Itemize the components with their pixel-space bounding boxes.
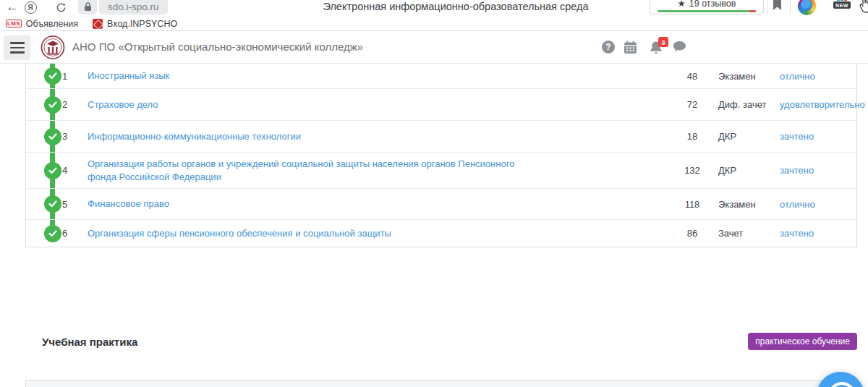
table-row: 4 Организация работы органов и учреждени…: [26, 152, 856, 188]
row-number: 6: [62, 228, 88, 239]
check-icon: [44, 195, 61, 213]
check-icon: [44, 162, 61, 179]
discipline-link[interactable]: Страховое дело: [88, 99, 158, 110]
hours-value: 72: [666, 99, 718, 110]
hand-cursor-icon[interactable]: [859, 0, 868, 13]
new-extension-icon[interactable]: NEW: [833, 0, 851, 14]
grade-link[interactable]: зачтено: [780, 165, 814, 176]
reviews-rating-bar: [658, 10, 756, 12]
site-header: АНО ПО «Открытый социально-экономический…: [0, 31, 868, 64]
status-cell: [26, 96, 62, 114]
discipline-link[interactable]: Финансовое право: [88, 198, 169, 209]
browser-page-title: Электронная информационно-образовательна…: [323, 1, 588, 12]
bookmarks-bar: LMS Объявления Вход.INPSYCHO: [0, 16, 868, 31]
control-form: Экзамен: [718, 199, 780, 210]
grade-link[interactable]: отлично: [780, 71, 815, 82]
bookmark-announcements[interactable]: Объявления: [26, 19, 78, 29]
bookmark-icon[interactable]: [773, 0, 782, 11]
control-form: ДКР: [718, 165, 780, 176]
discipline-link[interactable]: Иностранный язык: [88, 70, 169, 81]
control-form: ДКР: [718, 131, 780, 142]
practice-section-header: Учебная практика практическое обучение: [25, 333, 857, 350]
table-row: 3 Информационно-коммуникационные техноло…: [26, 120, 856, 152]
college-name: АНО ПО «Открытый социально-экономический…: [72, 41, 363, 53]
check-icon: [44, 128, 61, 145]
messages-icon[interactable]: [673, 41, 686, 53]
browser-chrome: ← Я sdo.i-spo.ru Электронная информацион…: [0, 0, 868, 31]
row-number: 4: [62, 165, 88, 176]
table-row: 1 Иностранный язык 48 Экзамен отлично: [26, 64, 856, 88]
control-form: Зачет: [718, 228, 780, 239]
new-badge: NEW: [833, 1, 851, 9]
hours-value: 118: [666, 199, 718, 210]
back-icon[interactable]: ←: [3, 0, 22, 14]
practice-table: № Наименование дисциплины: Преподаватель…: [25, 380, 857, 387]
check-icon: [44, 96, 61, 114]
bookmark-login[interactable]: Вход.INPSYCHO: [107, 19, 177, 29]
star-icon: ★: [678, 0, 686, 9]
status-cell: [26, 195, 62, 213]
notification-badge: 3: [658, 37, 668, 47]
row-number: 1: [62, 71, 88, 82]
toolbar-divider: [767, 0, 767, 14]
row-number: 2: [62, 99, 88, 110]
discipline-link[interactable]: Информационно-коммуникационные технологи…: [88, 131, 301, 142]
reviews-widget[interactable]: ★ 19 отзывов: [650, 0, 764, 14]
lock-icon[interactable]: [78, 0, 97, 14]
grade-link[interactable]: удовлетворительно: [780, 99, 865, 110]
extension-icon[interactable]: [798, 0, 816, 15]
status-cell: [26, 162, 62, 179]
control-form: Диф. зачет: [718, 99, 780, 110]
yandex-icon[interactable]: Я: [22, 0, 39, 14]
hours-value: 86: [666, 228, 718, 239]
table-row: 6 Организация сферы пенсионного обеспече…: [26, 219, 856, 247]
status-cell: [26, 67, 62, 85]
control-form: Экзамен: [718, 71, 780, 82]
discipline-link[interactable]: Организация сферы пенсионного обеспечени…: [88, 228, 391, 239]
extension-art: [833, 0, 851, 1]
hours-value: 18: [666, 131, 718, 142]
semester-table: 1 Иностранный язык 48 Экзамен отлично: [25, 64, 857, 247]
row-number: 3: [62, 131, 88, 142]
refresh-icon[interactable]: [52, 0, 69, 14]
calendar-icon[interactable]: [624, 41, 637, 54]
hours-value: 48: [666, 71, 718, 82]
toolbar-divider: [790, 0, 791, 14]
check-icon: [44, 225, 61, 242]
practice-title: Учебная практика: [25, 336, 137, 348]
browser-navrow: ← Я sdo.i-spo.ru Электронная информацион…: [0, 0, 868, 16]
status-cell: [26, 128, 62, 145]
lms-favicon: LMS: [6, 20, 22, 27]
help-icon[interactable]: ?: [602, 41, 615, 54]
semester-rows: 1 Иностранный язык 48 Экзамен отлично: [26, 64, 856, 247]
grade-link[interactable]: зачтено: [780, 131, 814, 142]
table-row: 2 Страховое дело 72 Диф. зачет удовлетво…: [26, 88, 856, 120]
college-logo[interactable]: [41, 35, 65, 60]
grade-link[interactable]: отлично: [780, 199, 815, 210]
inpsycho-favicon: [93, 19, 103, 29]
practice-badge: практическое обучение: [748, 333, 857, 350]
hours-value: 132: [666, 165, 718, 176]
main-content: 1 Иностранный язык 48 Экзамен отлично: [0, 64, 868, 387]
discipline-link[interactable]: Организация работы органов и учреждений …: [88, 158, 514, 182]
practice-table-header: № Наименование дисциплины: Преподаватель…: [26, 380, 856, 387]
status-cell: [26, 225, 62, 242]
url-field[interactable]: sdo.i-spo.ru: [99, 0, 168, 14]
grade-link[interactable]: зачтено: [780, 228, 814, 239]
row-number: 5: [62, 199, 88, 210]
check-icon: [44, 67, 61, 85]
menu-icon[interactable]: [4, 35, 30, 60]
table-row: 5 Финансовое право 118 Экзамен отлично: [26, 188, 856, 219]
screen: ← Я sdo.i-spo.ru Электронная информацион…: [0, 0, 868, 387]
reviews-count: 19 отзывов: [689, 0, 736, 9]
